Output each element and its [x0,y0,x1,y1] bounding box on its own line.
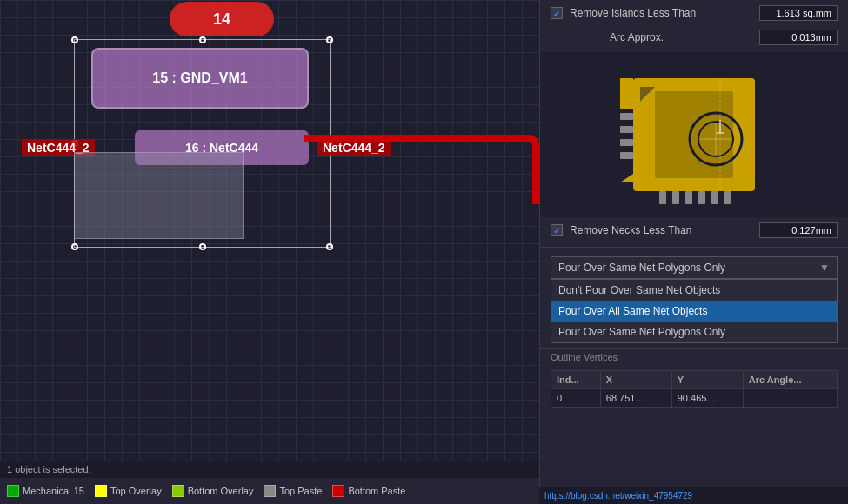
cell-arc-0 [743,389,837,408]
url-text: https://blog.csdn.net/weixin_47954729 [544,491,692,501]
remove-islands-checkbox[interactable] [551,7,563,19]
dropdown-container: Pour Over Same Net Polygons Only ▼ Don't… [540,251,848,348]
svg-rect-3 [620,126,633,133]
cell-ind-0: 0 [551,389,601,408]
layer-top-overlay[interactable]: Top Overlay [95,485,162,497]
data-table: Ind... X Y Arc Angle... 0 68.751... 90.4… [551,370,838,408]
svg-rect-2 [620,113,633,120]
arc-approx-value[interactable]: 0.013mm [759,30,838,45]
url-bar: https://blog.csdn.net/weixin_47954729 [539,487,848,504]
remove-necks-row: Remove Necks Less Than 0.127mm [540,217,848,243]
pad-14-label: 14 [213,10,230,29]
dropdown-menu: Don't Pour Over Same Net Objects Pour Ov… [551,279,838,343]
status-bar: Mechanical 15 Top Overlay Bottom Overlay… [0,478,539,504]
layer-label-top-paste: Top Paste [279,486,322,496]
selection-status: 1 object is selected. [0,461,539,478]
remove-necks-label: Remove Necks Less Than [570,224,752,236]
svg-rect-7 [672,191,679,204]
pad-15[interactable]: 15 : GND_VM1 [91,48,309,109]
layer-top-paste[interactable]: Top Paste [264,485,322,497]
layer-mechanical[interactable]: Mechanical 15 [7,485,84,497]
svg-rect-4 [620,139,633,146]
layer-color-mechanical [7,485,19,497]
svg-rect-11 [724,191,731,204]
cell-x-0: 68.751... [600,389,671,408]
divider-1 [540,247,848,248]
pcb-canvas[interactable]: 14 15 : GND_VM1 NetC444_2 16 : NetC444 N [0,0,539,504]
dropdown-main[interactable]: Pour Over Same Net Polygons Only ▼ [551,256,838,279]
layer-label-top-overlay: Top Overlay [110,486,162,496]
outline-vertices-heading: Outline Vertices [540,348,848,365]
dropdown-selected-label: Pour Over Same Net Polygons Only [558,262,725,274]
layer-bottom-overlay[interactable]: Bottom Overlay [172,485,254,497]
layer-label-mechanical: Mechanical 15 [23,486,84,496]
dropdown-option-0[interactable]: Don't Pour Over Same Net Objects [551,280,837,301]
dropdown-option-2[interactable]: Pour Over Same Net Polygons Only [551,322,837,342]
layer-color-top-paste [264,485,276,497]
selection-text: 1 object is selected. [7,464,91,474]
col-y: Y [671,371,743,389]
remove-necks-value[interactable]: 0.127mm [759,222,838,238]
layer-label-bottom-overlay: Bottom Overlay [188,486,254,496]
table-row[interactable]: 0 68.751... 90.465... [551,389,838,408]
component-preview [540,52,848,217]
svg-rect-8 [685,191,692,204]
arc-approx-row: Arc Approx. 0.013mm [540,26,848,52]
red-trace [304,135,539,204]
remove-islands-value[interactable]: 1.613 sq.mm [759,5,838,21]
layer-color-top-overlay [95,485,107,497]
gray-pad[interactable] [74,152,244,239]
pad-15-label: 15 : GND_VM1 [152,70,247,86]
layer-color-bottom-overlay [172,485,184,497]
svg-rect-9 [698,191,705,204]
component-svg [607,61,781,209]
dropdown-option-1[interactable]: Pour Over All Same Net Objects [551,301,837,322]
right-panel: Remove Islands Less Than 1.613 sq.mm Arc… [539,0,848,504]
arc-approx-label: Arc Approx. [610,31,752,43]
remove-necks-checkbox[interactable] [551,224,563,236]
col-ind: Ind... [551,371,601,389]
col-x: X [600,371,671,389]
svg-rect-5 [620,152,633,159]
remove-islands-row: Remove Islands Less Than 1.613 sq.mm [540,0,848,26]
table-section: Ind... X Y Arc Angle... 0 68.751... 90.4… [540,365,848,504]
remove-islands-label: Remove Islands Less Than [570,7,752,19]
pad-14[interactable]: 14 [170,2,274,36]
col-arc: Arc Angle... [743,371,837,389]
layer-color-bottom-paste [332,485,344,497]
cell-y-0: 90.465... [671,389,743,408]
layer-bottom-paste[interactable]: Bottom Paste [332,485,405,497]
svg-rect-6 [659,191,666,204]
svg-rect-10 [711,191,718,204]
chevron-down-icon: ▼ [819,262,830,274]
layer-label-bottom-paste: Bottom Paste [348,486,405,496]
